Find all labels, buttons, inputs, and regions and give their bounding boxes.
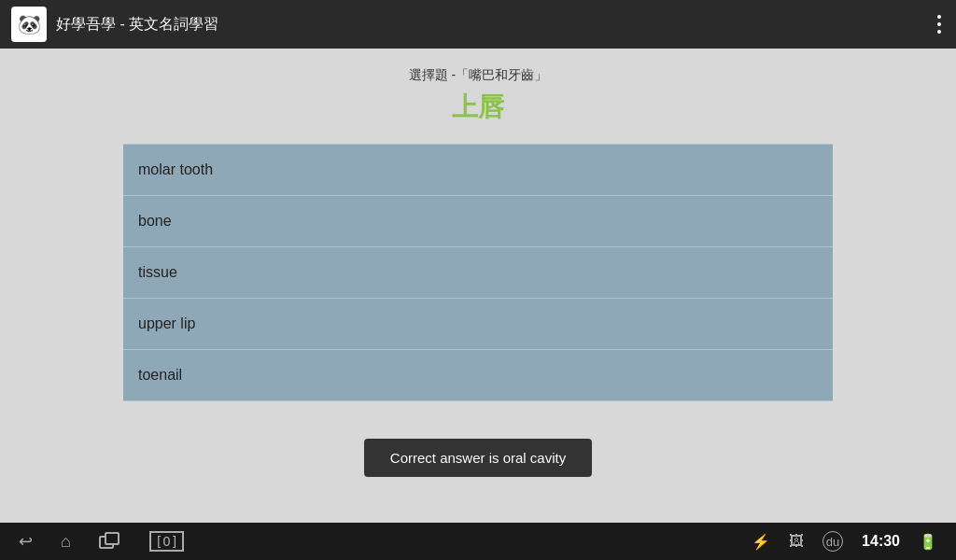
bottom-bar: ↩ ⌂ [O] ⚡ 🖼 du 14:30 🔋: [0, 523, 956, 560]
choice-item[interactable]: tissue: [123, 247, 833, 299]
choice-item[interactable]: bone: [123, 196, 833, 247]
image-icon: 🖼: [789, 533, 804, 550]
bottom-nav-right: ⚡ 🖼 du 14:30 🔋: [752, 531, 937, 552]
bottom-nav-left: ↩ ⌂ [O]: [19, 531, 184, 552]
viewfinder-icon[interactable]: [O]: [149, 531, 184, 552]
battery-icon: 🔋: [919, 533, 937, 551]
main-content: 選擇題 -「嘴巴和牙齒」 上唇 molar toothbonetissueupp…: [0, 49, 956, 523]
question-word: 上唇: [452, 90, 504, 125]
time-display: 14:30: [862, 533, 900, 550]
menu-icon[interactable]: [934, 11, 945, 37]
du-icon: du: [822, 531, 843, 552]
top-bar-left: 🐼 好學吾學 - 英文名詞學習: [11, 7, 218, 42]
usb-icon: ⚡: [752, 533, 770, 551]
top-bar: 🐼 好學吾學 - 英文名詞學習: [0, 0, 956, 49]
question-label: 選擇題 -「嘴巴和牙齒」: [409, 67, 548, 84]
choice-item[interactable]: upper lip: [123, 299, 833, 350]
app-icon: 🐼: [11, 7, 47, 42]
choice-item[interactable]: molar tooth: [123, 144, 833, 196]
app-title: 好學吾學 - 英文名詞學習: [56, 15, 218, 35]
correct-answer-box: Correct answer is oral cavity: [364, 439, 592, 477]
choices-list: molar toothbonetissueupper liptoenail: [123, 144, 833, 401]
home-icon[interactable]: ⌂: [61, 532, 71, 552]
back-icon[interactable]: ↩: [19, 531, 33, 552]
recents-icon[interactable]: [99, 532, 121, 551]
choice-item[interactable]: toenail: [123, 350, 833, 401]
